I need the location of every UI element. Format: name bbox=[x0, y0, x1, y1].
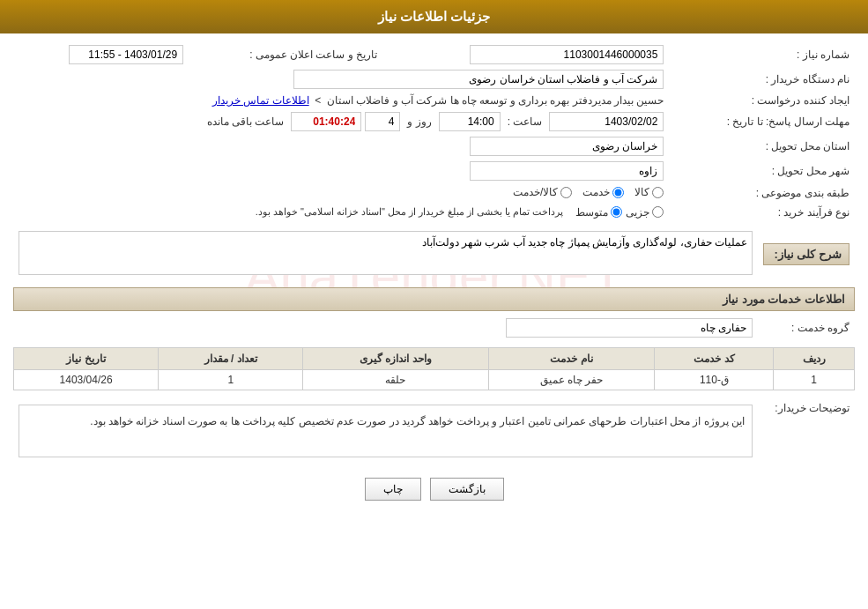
gorooh-label: گروه خدمت : bbox=[758, 316, 855, 340]
ejad-link[interactable]: اطلاعات تماس خریدار bbox=[212, 94, 309, 107]
nooe-motavasset-radio[interactable]: متوسط bbox=[575, 206, 622, 219]
shahr-label: شهر محل تحویل : bbox=[669, 159, 855, 183]
shomare-niaz-value bbox=[382, 42, 669, 67]
services-table: ردیف کد خدمت نام خدمت واحد اندازه گیری ت… bbox=[13, 347, 855, 390]
baqi-input[interactable] bbox=[291, 112, 361, 131]
print-button[interactable]: چاپ bbox=[365, 478, 421, 501]
sharh-textarea[interactable]: عملیات حفاری، لوله‌گذاری وآزمایش پمپاژ چ… bbox=[19, 231, 753, 275]
rooz-label: روز و bbox=[407, 115, 431, 128]
tabagheh-kala-radio[interactable]: کالا bbox=[634, 186, 664, 198]
ejad-value: حسین بیدار مدیردفتر بهره برداری و توسعه … bbox=[327, 94, 664, 107]
col-tarikh: تاریخ نیاز bbox=[14, 347, 159, 369]
gorooh-section: گروه خدمت : bbox=[13, 316, 855, 340]
gorooh-input[interactable] bbox=[506, 318, 753, 338]
towzih-label: توضیحات خریدار: bbox=[758, 397, 855, 464]
saat-label: ساعت : bbox=[508, 115, 543, 128]
nooe-jozi-radio[interactable]: جزیی bbox=[626, 206, 664, 219]
shomare-niaz-label: شماره نیاز : bbox=[669, 42, 855, 67]
sharh-header: شرح کلی نیاز: bbox=[763, 243, 849, 265]
nam-dastgah-label: نام دستگاه خریدار : bbox=[669, 67, 855, 92]
tarikh-elan-label: تاریخ و ساعت اعلان عمومی : bbox=[189, 42, 382, 67]
main-info-table: شماره نیاز : تاریخ و ساعت اعلان عمومی : bbox=[13, 42, 855, 221]
cell-tedad: 1 bbox=[159, 369, 303, 390]
button-row: بازگشت چاپ bbox=[13, 478, 855, 501]
back-button[interactable]: بازگشت bbox=[430, 478, 504, 501]
page-title: جزئیات اطلاعات نیاز bbox=[378, 9, 490, 24]
date-input[interactable] bbox=[549, 112, 664, 131]
shahr-input[interactable] bbox=[470, 161, 664, 181]
tarikh-elan-value bbox=[13, 42, 189, 67]
mohlat-label: مهلت ارسال پاسخ: تا تاریخ : bbox=[669, 109, 855, 134]
col-vahed: واحد اندازه گیری bbox=[303, 347, 488, 369]
payment-note: پرداخت تمام یا بخشی از مبلغ خریدار از مح… bbox=[256, 206, 564, 218]
tabagheh-radio-group: کالا خدمت کالا/خدمت bbox=[513, 186, 664, 198]
rooz-input[interactable] bbox=[365, 112, 400, 131]
tabagheh-kalakhedmat-radio[interactable]: کالا/خدمت bbox=[513, 186, 572, 198]
tabagheh-khedmat-radio[interactable]: خدمت bbox=[582, 186, 624, 198]
ostan-input[interactable] bbox=[470, 137, 664, 156]
col-tedad: تعداد / مقدار bbox=[159, 347, 303, 369]
towzih-section: توضیحات خریدار: این پروژه از محل اعتبارا… bbox=[13, 397, 855, 464]
cell-vahed: حلقه bbox=[303, 369, 488, 390]
baqi-label: ساعت باقی مانده bbox=[207, 115, 285, 128]
ejad-label: ایجاد کننده درخواست : bbox=[669, 92, 855, 109]
col-kod: کد خدمت bbox=[655, 347, 774, 369]
tabagheh-label: طبقه بندی موضوعی : bbox=[669, 183, 855, 204]
sharh-section: شرح کلی نیاز: عملیات حفاری، لوله‌گذاری و… bbox=[13, 228, 855, 280]
ostan-label: استان محل تحویل : bbox=[669, 134, 855, 159]
saat-input[interactable] bbox=[439, 112, 501, 131]
nooe-label: نوع فرآیند خرید : bbox=[669, 204, 855, 221]
nam-dastgah-input[interactable] bbox=[293, 70, 664, 89]
cell-radif: 1 bbox=[774, 369, 855, 390]
page-header: جزئیات اطلاعات نیاز bbox=[0, 0, 868, 33]
cell-kod: ق-110 bbox=[655, 369, 774, 390]
col-nam: نام خدمت bbox=[488, 347, 655, 369]
towzih-box: این پروژه از محل اعتبارات طرحهای عمرانی … bbox=[19, 405, 753, 457]
tarikh-elan-input[interactable] bbox=[69, 45, 183, 64]
table-row: 1 ق-110 حفر چاه عمیق حلقه 1 1403/04/26 bbox=[14, 369, 855, 390]
col-radif: ردیف bbox=[774, 347, 855, 369]
cell-nam: حفر چاه عمیق bbox=[488, 369, 655, 390]
khadamat-header: اطلاعات خدمات مورد نیاز bbox=[13, 287, 855, 311]
shomare-niaz-input[interactable] bbox=[470, 45, 664, 64]
cell-tarikh: 1403/04/26 bbox=[14, 369, 159, 390]
